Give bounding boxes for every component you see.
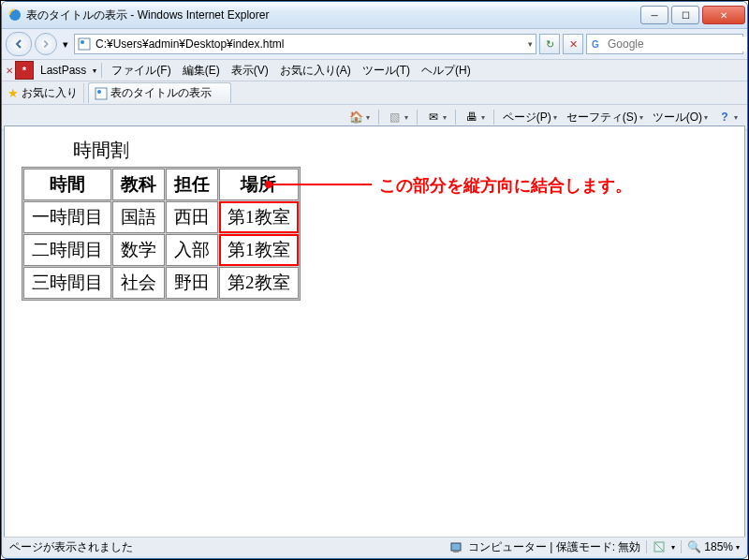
print-icon: 🖶 [464,110,479,125]
forward-button[interactable] [35,33,57,55]
annotation-text: この部分を縦方向に結合します。 [379,174,632,197]
svg-rect-1 [79,38,90,50]
svg-rect-7 [451,543,461,551]
favorites-button[interactable]: ★ お気に入り [2,83,84,103]
svg-rect-8 [453,551,459,553]
cell-teacher: 入部 [166,234,218,266]
browser-tab[interactable]: 表のタイトルの表示 [88,82,231,103]
back-button[interactable] [6,32,32,56]
content-area: 時間割 時間 教科 担任 場所 一時間目 国語 西田 第1教室 [4,125,745,538]
svg-rect-5 [95,88,107,99]
print-button[interactable]: 🖶▾ [461,108,489,126]
menu-edit[interactable]: 編集(E) [178,61,225,81]
minimize-button[interactable]: ─ [640,6,668,24]
svg-text:G: G [592,39,599,50]
mail-icon: ✉ [426,110,441,125]
nav-dropdown[interactable]: ▾ [60,35,71,53]
stop-button[interactable]: ✕ [563,34,583,54]
cell-room-highlighted: 第1教室 [219,234,299,266]
menu-view[interactable]: 表示(V) [227,61,273,81]
ie-icon [7,7,22,22]
close-toolbar-icon[interactable]: ✕ [6,66,13,76]
home-icon: 🏠 [349,110,364,125]
lastpass-menu[interactable]: LastPass [36,62,91,79]
tools-menu-label: ツール(O) [653,110,702,125]
svg-point-6 [97,90,101,94]
status-text: ページが表示されました [9,539,133,555]
feeds-button[interactable]: ▧▾ [384,108,412,126]
status-zone: コンピューター | 保護モード: 無効 [468,539,640,555]
favorites-label: お気に入り [22,85,78,101]
table-row: 一時間目 国語 西田 第1教室 [23,201,299,233]
window-title: 表のタイトルの表示 - Windows Internet Explorer [26,7,640,23]
tools-menu[interactable]: ツール(O) ▾ [649,108,712,127]
help-icon: ? [717,110,732,125]
mail-button[interactable]: ✉▾ [422,108,450,126]
table-header-row: 時間 教科 担任 場所 [23,169,299,200]
close-button[interactable]: ✕ [702,6,745,24]
mode-icon[interactable] [653,540,666,553]
timetable: 時間 教科 担任 場所 一時間目 国語 西田 第1教室 二時間目 数学 [22,167,301,301]
cell-subject: 国語 [112,201,165,233]
search-box: G 🔍 [586,34,743,54]
maximize-button[interactable]: ☐ [671,6,699,24]
cell-teacher: 西田 [166,201,218,233]
zoom-control[interactable]: 🔍 185% ▾ [687,540,740,553]
lastpass-icon[interactable]: * [15,61,34,80]
address-dropdown-icon[interactable]: ▾ [528,39,533,49]
cell-period: 三時間目 [23,267,111,299]
cell-subject: 数学 [112,234,165,266]
star-icon: ★ [7,86,19,100]
zoom-icon: 🔍 [687,540,701,553]
address-field-wrapper: ▾ [74,34,536,54]
refresh-button[interactable]: ↻ [539,34,560,54]
separator-1 [101,63,102,78]
menu-favorites[interactable]: お気に入り(A) [275,61,356,81]
tab-page-icon [95,87,108,100]
safety-menu[interactable]: セーフティ(S) ▾ [563,108,647,127]
header-teacher: 担任 [166,169,218,200]
safety-menu-label: セーフティ(S) [566,110,638,125]
menu-help[interactable]: ヘルプ(H) [417,61,476,81]
page-menu-label: ページ(P) [503,110,551,125]
table-row: 二時間目 数学 入部 第1教室 [23,234,299,266]
address-bar: ▾ ▾ ↻ ✕ G 🔍 [2,29,747,60]
cell-subject: 社会 [112,267,165,299]
cell-period: 二時間目 [23,234,111,266]
zoom-value: 185% [704,540,733,553]
help-button[interactable]: ?▾ [713,108,742,126]
window-titlebar: 表のタイトルの表示 - Windows Internet Explorer ─ … [2,2,747,29]
menu-bar: ✕ * LastPass▾ ファイル(F) 編集(E) 表示(V) お気に入り(… [2,60,747,81]
address-input[interactable] [94,37,528,52]
cell-teacher: 野田 [166,267,218,299]
annotation-line [269,184,372,185]
cell-room: 第2教室 [219,267,299,299]
mode-dropdown[interactable]: ▾ [671,543,675,552]
page-icon [78,37,91,51]
menu-file[interactable]: ファイル(F) [107,61,175,81]
table-caption: 時間割 [22,138,181,163]
menu-tools[interactable]: ツール(T) [358,61,415,81]
header-subject: 教科 [112,169,165,200]
cell-room-highlighted: 第1教室 [219,201,299,233]
search-input[interactable] [606,37,748,52]
home-button[interactable]: 🏠▾ [345,108,374,126]
favorites-tab-bar: ★ お気に入り 表のタイトルの表示 [2,81,747,105]
google-icon: G [590,37,603,51]
rss-icon: ▧ [388,110,403,125]
svg-point-2 [81,40,84,44]
zoom-dropdown-icon: ▾ [736,543,740,552]
zone-icon [449,540,463,553]
header-time: 時間 [23,169,111,200]
tab-title: 表のタイトルの表示 [110,85,212,101]
cell-period: 一時間目 [23,201,111,233]
status-bar: ページが表示されました コンピューター | 保護モード: 無効 ▾ 🔍 185%… [4,537,745,556]
table-row: 三時間目 社会 野田 第2教室 [23,267,299,299]
page-menu[interactable]: ページ(P) ▾ [499,108,561,127]
